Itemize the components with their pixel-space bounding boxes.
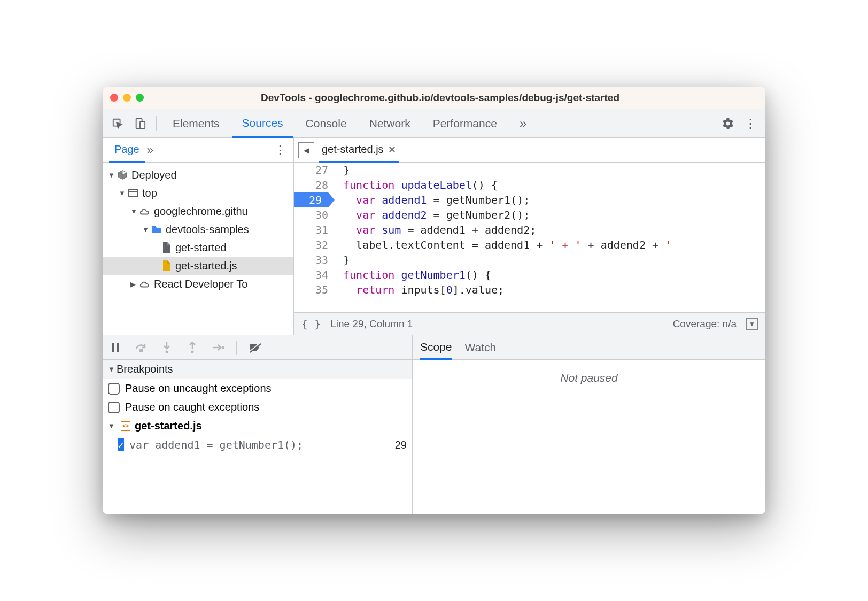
main-toolbar: Elements Sources Console Network Perform… <box>103 109 765 138</box>
checkbox-unchecked[interactable] <box>108 402 120 413</box>
toolbar-divider <box>156 116 157 131</box>
deactivate-breakpoints-button[interactable] <box>247 340 262 355</box>
chevron-down-icon: ▼ <box>130 207 138 215</box>
tree-node-file-js[interactable]: get-started.js <box>103 257 293 275</box>
close-window-button[interactable] <box>110 94 118 102</box>
tree-node-react[interactable]: ▶ React Developer To <box>103 275 293 293</box>
tab-performance[interactable]: Performance <box>423 109 507 138</box>
sources-sidebar: Page » ⋮ ▼ Deployed ▼ top <box>103 138 294 335</box>
tree-node-origin[interactable]: ▼ googlechrome.githu <box>103 202 293 220</box>
sidebar-tabs: Page » ⋮ <box>103 138 293 163</box>
file-tab-get-started-js[interactable]: get-started.js ✕ <box>319 138 399 163</box>
cloud-icon <box>139 280 151 288</box>
editor-pane: ◀ get-started.js ✕ 272829303132333435 }f… <box>294 138 765 335</box>
breakpoint-entry[interactable]: ✓ var addend1 = getNumber1(); 29 <box>103 435 412 454</box>
toolbar-separator <box>236 341 237 355</box>
minimize-window-button[interactable] <box>123 94 131 102</box>
breakpoint-file-header[interactable]: ▼ <> get-started.js <box>103 417 412 435</box>
settings-icon[interactable] <box>718 114 738 133</box>
pause-button[interactable] <box>108 340 123 355</box>
tab-network[interactable]: Network <box>360 109 420 138</box>
frame-icon <box>127 189 139 197</box>
titlebar: DevTools - googlechrome.github.io/devtoo… <box>103 87 765 109</box>
tree-node-top[interactable]: ▼ top <box>103 184 293 202</box>
coverage-label: Coverage: n/a <box>673 318 737 330</box>
folder-icon <box>151 225 162 234</box>
step-over-button[interactable] <box>134 340 149 355</box>
chevron-down-icon: ▼ <box>142 226 150 234</box>
chevron-down-icon: ▼ <box>119 189 126 197</box>
tab-scope[interactable]: Scope <box>420 335 452 360</box>
svg-rect-6 <box>117 343 119 352</box>
chevron-down-icon: ▼ <box>108 365 117 373</box>
tab-elements[interactable]: Elements <box>163 109 229 138</box>
code-body[interactable]: }function updateLabel() { var addend1 = … <box>335 163 765 312</box>
editor-tabs: ◀ get-started.js ✕ <box>294 138 765 163</box>
cloud-icon <box>139 207 151 215</box>
cube-icon <box>117 169 128 180</box>
checkbox-checked[interactable]: ✓ <box>118 438 124 451</box>
svg-rect-5 <box>112 343 114 352</box>
step-into-button[interactable] <box>159 340 174 355</box>
scope-tabs: Scope Watch <box>413 335 765 360</box>
cursor-position: Line 29, Column 1 <box>330 318 413 330</box>
breakpoints-header[interactable]: ▼ Breakpoints <box>103 360 412 379</box>
step-out-button[interactable] <box>185 340 200 355</box>
toggle-drawer-icon[interactable]: ▼ <box>746 318 758 330</box>
chevron-right-icon: ▶ <box>130 280 138 288</box>
debugger-panel: ▼ Breakpoints Pause on uncaught exceptio… <box>103 335 413 514</box>
scope-body: Not paused <box>413 360 765 514</box>
file-tab-label: get-started.js <box>322 143 384 156</box>
step-button[interactable] <box>211 340 226 355</box>
navigator-toggle-icon[interactable]: ◀ <box>298 142 314 158</box>
sidebar-tab-page[interactable]: Page <box>109 138 145 163</box>
chevron-down-icon: ▼ <box>108 171 115 179</box>
tree-node-file-html[interactable]: get-started <box>103 238 293 257</box>
window-title: DevTools - googlechrome.github.io/devtoo… <box>144 92 758 104</box>
js-file-icon <box>160 260 172 271</box>
tree-node-deployed[interactable]: ▼ Deployed <box>103 166 293 184</box>
tab-console[interactable]: Console <box>296 109 356 138</box>
file-icon <box>160 242 172 253</box>
not-paused-message: Not paused <box>560 372 617 384</box>
code-editor[interactable]: 272829303132333435 }function updateLabel… <box>294 163 765 312</box>
close-tab-icon[interactable]: ✕ <box>388 144 396 156</box>
js-badge-icon: <> <box>121 421 130 431</box>
scope-panel: Scope Watch Not paused <box>413 335 765 514</box>
editor-statusbar: { } Line 29, Column 1 Coverage: n/a ▼ <box>294 312 765 335</box>
maximize-window-button[interactable] <box>136 94 144 102</box>
device-toolbar-icon[interactable] <box>130 114 150 133</box>
debugger-toolbar <box>103 335 412 360</box>
sidebar-kebab-icon[interactable]: ⋮ <box>271 143 289 157</box>
svg-point-10 <box>222 346 224 349</box>
line-gutter[interactable]: 272829303132333435 <box>294 163 335 312</box>
pause-caught-row[interactable]: Pause on caught exceptions <box>103 398 412 417</box>
chevron-down-icon: ▼ <box>108 422 117 430</box>
inspect-element-icon[interactable] <box>108 114 127 133</box>
tabs-overflow[interactable]: » <box>510 109 536 138</box>
svg-point-8 <box>166 350 168 353</box>
tab-watch[interactable]: Watch <box>465 335 497 360</box>
pause-uncaught-row[interactable]: Pause on uncaught exceptions <box>103 379 412 398</box>
sidebar-tabs-overflow[interactable]: » <box>147 143 153 157</box>
svg-rect-2 <box>140 121 145 128</box>
tree-node-folder[interactable]: ▼ devtools-samples <box>103 220 293 238</box>
pretty-print-icon[interactable]: { } <box>301 318 321 330</box>
svg-rect-3 <box>129 190 137 197</box>
kebab-menu-icon[interactable]: ⋮ <box>741 114 760 133</box>
file-tree: ▼ Deployed ▼ top ▼ googlechrome.githu <box>103 163 293 296</box>
devtools-window: DevTools - googlechrome.github.io/devtoo… <box>103 87 765 514</box>
checkbox-unchecked[interactable] <box>108 383 120 395</box>
traffic-lights <box>110 94 144 102</box>
svg-point-7 <box>140 349 143 352</box>
svg-point-9 <box>191 350 194 353</box>
tab-sources[interactable]: Sources <box>232 109 293 138</box>
